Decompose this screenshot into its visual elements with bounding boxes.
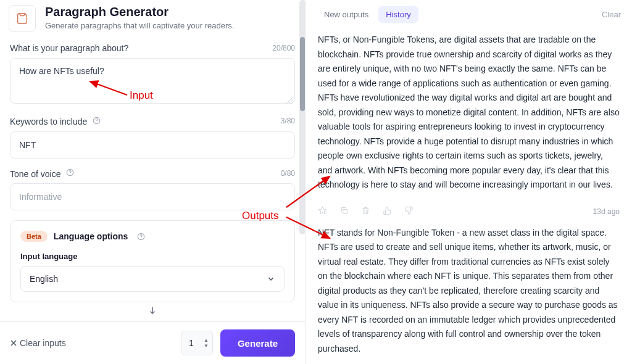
chevron-down-icon — [267, 275, 275, 283]
copy-icon[interactable] — [339, 206, 349, 217]
scroll-down-indicator — [10, 302, 295, 321]
topic-count: 20/800 — [272, 44, 295, 52]
keywords-count: 3/80 — [281, 117, 295, 125]
clear-inputs-button[interactable]: Clear inputs — [10, 338, 66, 348]
tone-count: 0/80 — [281, 169, 295, 178]
delete-icon[interactable] — [361, 206, 370, 217]
quantity-stepper[interactable]: 1 ▲ ▼ — [181, 331, 213, 355]
bottom-bar: Clear inputs 1 ▲ ▼ Generate — [0, 321, 305, 364]
help-icon[interactable] — [92, 116, 101, 125]
output-timestamp: 13d ago — [593, 207, 620, 216]
language-options-title: Language options — [54, 231, 128, 241]
app-title: Paragraph Generator — [45, 5, 234, 19]
help-icon[interactable] — [65, 168, 74, 177]
clear-outputs-button[interactable]: Clear — [602, 10, 621, 19]
tone-input[interactable] — [10, 183, 295, 210]
input-language-label: Input language — [20, 252, 285, 261]
svg-rect-3 — [343, 209, 347, 213]
thumbs-down-icon[interactable] — [404, 206, 414, 217]
topic-textarea[interactable] — [10, 58, 295, 104]
tab-history[interactable]: History — [378, 6, 418, 23]
stepper-down-icon[interactable]: ▼ — [204, 343, 209, 349]
app-header: Paragraph Generator Generate paragraphs … — [0, 0, 305, 43]
tone-label: Tone of voice — [10, 168, 74, 179]
output-panel: New outputs History Clear NFTs, or Non-F… — [306, 0, 632, 364]
tab-new-outputs[interactable]: New outputs — [317, 6, 376, 23]
form-body: What is your paragraph about? 20/800 Key… — [0, 43, 305, 321]
output-item: NFTs, or Non-Fungible Tokens, are digita… — [318, 33, 620, 192]
app-subtitle: Generate paragraphs that will captivate … — [45, 21, 234, 30]
scrollbar-thumb[interactable] — [300, 37, 305, 111]
help-icon[interactable] — [136, 232, 145, 241]
resize-handle-icon[interactable] — [286, 97, 293, 104]
app-logo-icon — [9, 5, 36, 32]
beta-badge: Beta — [20, 231, 48, 242]
keywords-input[interactable] — [10, 131, 295, 159]
output-actions: 13d ago — [318, 201, 620, 226]
input-language-select[interactable]: English — [20, 266, 285, 292]
topic-label: What is your paragraph about? — [10, 43, 128, 53]
input-panel: Paragraph Generator Generate paragraphs … — [0, 0, 306, 364]
outputs-list: NFTs, or Non-Fungible Tokens, are digita… — [306, 29, 632, 364]
scrollbar-track[interactable] — [299, 0, 306, 234]
output-header: New outputs History Clear — [306, 0, 632, 29]
input-language-value: English — [30, 274, 58, 284]
close-icon — [10, 339, 17, 347]
keywords-label: Keywords to include — [10, 116, 101, 126]
output-item: NFT stands for Non-Fungible Token - a ne… — [318, 226, 620, 357]
stepper-up-icon[interactable]: ▲ — [204, 337, 209, 343]
thumbs-up-icon[interactable] — [383, 206, 392, 217]
generate-button[interactable]: Generate — [220, 329, 295, 357]
language-options-card: Beta Language options Input language Eng… — [10, 220, 295, 302]
favorite-icon[interactable] — [318, 206, 327, 217]
